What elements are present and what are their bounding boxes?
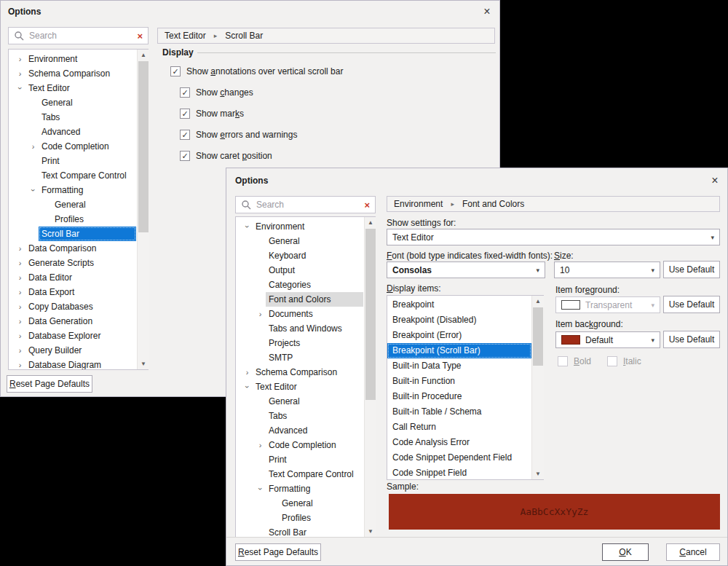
display-item-built-in-function[interactable]: Built-in Function [387,374,531,389]
checkbox-checked-icon[interactable]: ✓ [180,87,190,98]
display-item-breakpoint[interactable]: Breakpoint [387,297,531,313]
display-item-built-in-table-schema[interactable]: Built-in Table / Schema [387,404,531,420]
tree-item-text-editor[interactable]: ›Text Editor [9,81,136,95]
tree-item-query-builder[interactable]: ›Query Builder [9,343,136,358]
checkbox-show-annotations[interactable]: ✓ Show annotations over vertical scroll … [170,66,343,77]
tree-item-text-editor[interactable]: ›Text Editor [236,380,363,394]
chevron-collapsed-icon[interactable]: › [15,346,25,355]
search-input[interactable]: Search × [8,27,149,44]
chevron-collapsed-icon[interactable]: › [15,55,25,63]
tree-item-advanced[interactable]: Advanced [9,125,136,139]
chevron-collapsed-icon[interactable]: › [15,273,25,282]
chevron-collapsed-icon[interactable]: › [15,302,25,311]
tree-item-schema-comparison[interactable]: ›Schema Comparison [9,66,136,81]
checkbox-show-changes[interactable]: ✓ Show changes [180,87,253,98]
tree-item-print[interactable]: Print [9,154,136,168]
tree-item-environment[interactable]: ›Environment [9,52,136,66]
display-item-call-return[interactable]: Call Return [387,420,531,435]
scroll-up-icon[interactable]: ▲ [365,219,376,226]
breadcrumb-item[interactable]: Scroll Bar [225,31,263,41]
tree-item-general[interactable]: General [236,496,363,511]
cancel-button[interactable]: Cancel [666,543,720,561]
chevron-collapsed-icon[interactable]: › [28,142,39,151]
breadcrumb-item[interactable]: Font and Colors [462,199,524,209]
chevron-collapsed-icon[interactable]: › [15,288,25,296]
tree-item-environment[interactable]: ›Environment [236,219,363,234]
close-icon[interactable]: × [708,174,722,189]
chevron-down-icon[interactable]: ▾ [651,337,654,344]
tree-item-formatting[interactable]: ›Formatting [9,183,136,197]
chevron-collapsed-icon[interactable]: › [255,441,266,449]
display-item-breakpoint-error[interactable]: Breakpoint (Error) [387,328,531,343]
chevron-expanded-icon[interactable]: › [256,484,265,495]
scroll-up-icon[interactable]: ▲ [138,52,149,58]
tree-item-data-comparison[interactable]: ›Data Comparison [9,241,136,256]
reset-page-defaults-button[interactable]: Reset Page Defaults [7,375,92,393]
display-item-breakpoint-scroll-bar[interactable]: Breakpoint (Scroll Bar) [387,343,531,358]
tree-item-font-and-colors[interactable]: Font and Colors [236,292,363,307]
tree-item-copy-databases[interactable]: ›Copy Databases [9,299,136,314]
scrollbar-thumb[interactable] [365,229,376,400]
scroll-down-icon[interactable]: ▼ [532,471,544,477]
display-item-code-snippet-dependent-field[interactable]: Code Snippet Dependent Field [387,450,531,465]
tree-item-projects[interactable]: Projects [236,336,363,350]
scroll-down-icon[interactable]: ▼ [138,361,149,367]
chevron-down-icon[interactable]: ▾ [711,234,714,241]
reset-page-defaults-button[interactable]: Reset Page Defaults [235,543,321,561]
chevron-collapsed-icon[interactable]: › [15,361,25,369]
tree-item-schema-comparison[interactable]: ›Schema Comparison [236,365,363,380]
display-item-code-analysis-error[interactable]: Code Analysis Error [387,435,531,450]
item-background-select[interactable]: Default ▾ [555,331,660,348]
scrollbar-thumb[interactable] [533,307,543,366]
chevron-down-icon[interactable]: ▾ [651,267,654,274]
tree-item-profiles[interactable]: Profiles [236,511,363,525]
display-item-breakpoint-disabled[interactable]: Breakpoint (Disabled) [387,313,531,328]
tree-item-categories[interactable]: Categories [236,278,363,292]
chevron-expanded-icon[interactable]: › [243,221,252,232]
chevron-collapsed-icon[interactable]: › [15,331,25,340]
tree-item-general[interactable]: General [236,394,363,409]
chevron-expanded-icon[interactable]: › [243,382,252,393]
tree-item-formatting[interactable]: ›Formatting [236,482,363,496]
chevron-expanded-icon[interactable]: › [29,185,38,196]
chevron-expanded-icon[interactable]: › [16,83,25,94]
tree-item-tabs-and-windows[interactable]: Tabs and Windows [236,321,363,336]
chevron-collapsed-icon[interactable]: › [15,69,25,78]
scroll-down-icon[interactable]: ▼ [365,528,376,535]
tree-item-text-compare-control[interactable]: Text Compare Control [9,168,136,183]
checkbox-checked-icon[interactable]: ✓ [180,130,190,140]
tree-item-code-completion[interactable]: ›Code Completion [236,438,363,452]
tree-item-general[interactable]: General [236,234,363,248]
tree-item-scroll-bar[interactable]: Scroll Bar [9,227,136,241]
tree-item-tabs[interactable]: Tabs [9,110,136,125]
tree-item-documents[interactable]: ›Documents [236,307,363,321]
checkbox-show-marks[interactable]: ✓ Show marks [180,108,244,119]
tree-item-profiles[interactable]: Profiles [9,212,136,227]
clear-search-icon[interactable]: × [137,31,143,42]
breadcrumb-item[interactable]: Text Editor [165,31,206,41]
tree-item-data-export[interactable]: ›Data Export [9,285,136,299]
use-default-background-button[interactable]: Use Default [663,331,720,348]
tree-item-tabs[interactable]: Tabs [236,409,363,423]
chevron-collapsed-icon[interactable]: › [15,317,25,326]
chevron-down-icon[interactable]: ▾ [536,267,539,274]
clear-search-icon[interactable]: × [364,200,370,211]
scrollbar-thumb[interactable] [138,61,149,232]
close-icon[interactable]: × [480,5,494,20]
tree-scrollbar[interactable]: ▲ ▼ [137,50,149,369]
tree-item-keyboard[interactable]: Keyboard [236,248,363,263]
chevron-collapsed-icon[interactable]: › [255,310,266,318]
checkbox-show-errors-warnings[interactable]: ✓ Show errors and warnings [180,129,297,141]
search-input[interactable]: Search × [235,196,376,213]
tree-scrollbar[interactable]: ▲ ▼ [364,217,376,537]
tree-item-generate-scripts[interactable]: ›Generate Scripts [9,256,136,270]
font-select[interactable]: Consolas ▾ [387,262,545,278]
checkbox-checked-icon[interactable]: ✓ [180,109,190,119]
tree-item-scroll-bar[interactable]: Scroll Bar [236,525,363,538]
use-default-foreground-button[interactable]: Use Default [663,296,720,313]
list-scrollbar[interactable]: ▲ ▼ [531,296,544,479]
tree-item-database-explorer[interactable]: ›Database Explorer [9,329,136,343]
tree-item-code-completion[interactable]: ›Code Completion [9,139,136,154]
display-item-code-snippet-field[interactable]: Code Snippet Field [387,465,531,480]
use-default-font-button[interactable]: Use Default [663,261,720,278]
